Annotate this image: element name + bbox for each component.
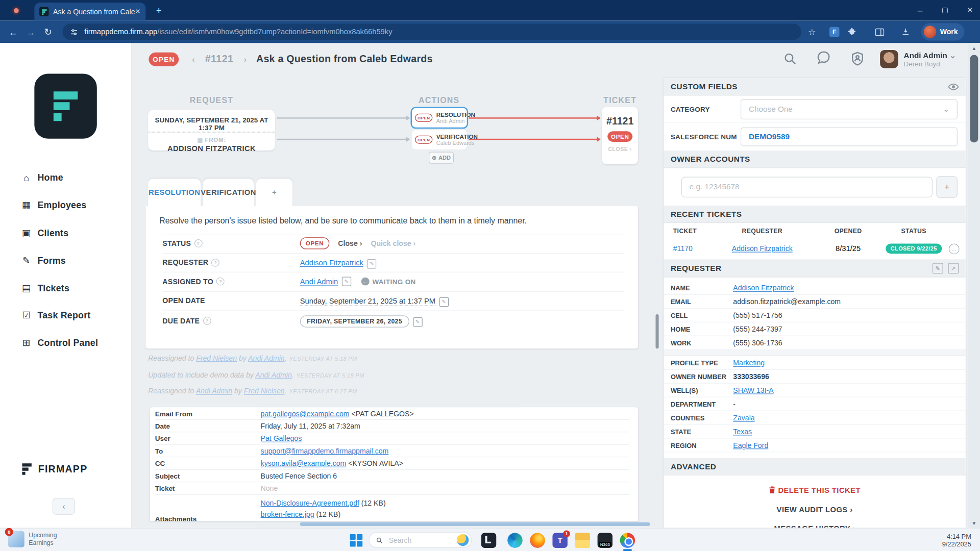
sidebar-item-clients[interactable]: ▣ Clients xyxy=(0,222,131,244)
sidebar-item-forms[interactable]: ✎ Forms xyxy=(0,250,131,271)
page-scrollbar[interactable]: ▲ ▼ xyxy=(968,43,980,528)
side-panel-icon[interactable] xyxy=(872,25,886,39)
back-button[interactable]: ← xyxy=(5,24,21,40)
action-verification-card[interactable]: OPEN VERIFICATION Caleb Edwards xyxy=(412,130,467,149)
downloads-icon[interactable] xyxy=(899,25,913,39)
window-close-button[interactable]: ✕ xyxy=(958,0,980,20)
tab-add[interactable]: + xyxy=(256,179,292,206)
extension-f-icon[interactable]: F xyxy=(827,25,841,39)
request-card[interactable]: SUNDAY, SEPTEMBER 21, 2025 AT 1:37 PM ▣ … xyxy=(148,110,275,151)
edit-icon[interactable]: ✎ xyxy=(439,297,448,307)
user-name[interactable]: Andi Admin ⌄ xyxy=(904,51,956,60)
scroll-down-icon[interactable]: ▼ xyxy=(968,518,980,528)
widgets-button[interactable]: 8 UpcomingEarnings xyxy=(8,531,57,547)
site-settings-icon[interactable] xyxy=(70,28,78,36)
taskbar-search[interactable] xyxy=(369,532,472,548)
email-cc-link[interactable]: kyson.avila@example.com xyxy=(261,460,347,467)
email-from-link[interactable]: pat.gallegos@example.com xyxy=(261,410,350,417)
edit-icon[interactable]: ✎ xyxy=(341,277,351,286)
region-link[interactable]: Eagle Ford xyxy=(733,441,768,449)
extensions-puzzle-icon[interactable] xyxy=(845,25,859,39)
owner-account-input[interactable] xyxy=(681,177,933,197)
file-explorer-icon[interactable] xyxy=(575,533,590,547)
recent-ticket-requester-link[interactable]: Addison Fitzpatrick xyxy=(732,245,793,253)
ticket-close-link[interactable]: CLOSE › xyxy=(602,146,638,153)
due-date-pill[interactable]: FRIDAY, SEPTEMBER 26, 2025 xyxy=(300,315,409,327)
add-owner-account-button[interactable]: + xyxy=(936,176,958,198)
browser-tab[interactable]: Ask a Question from Caleb Edw ✕ xyxy=(34,3,145,21)
sidebar-item-home[interactable]: ⌂ Home xyxy=(0,167,131,188)
profile-shield-icon[interactable] xyxy=(850,51,866,67)
sidebar-collapse-button[interactable]: ‹ xyxy=(53,498,75,515)
chat-icon[interactable] xyxy=(816,51,832,67)
forward-button[interactable]: → xyxy=(22,24,39,40)
window-maximize-button[interactable]: ▢ xyxy=(933,0,958,20)
view-audit-logs-link[interactable]: VIEW AUDIT LOGS › xyxy=(664,506,965,514)
edit-icon[interactable]: ✎ xyxy=(367,259,376,268)
tab-resolution[interactable]: RESOLUTION xyxy=(148,179,201,206)
delete-ticket-button[interactable]: DELETE THIS TICKET xyxy=(664,486,965,495)
activity-user-link[interactable]: Fred Nielsen xyxy=(244,387,285,395)
firmapp-logo[interactable] xyxy=(34,73,96,138)
quick-close-link[interactable]: Quick close › xyxy=(371,240,416,247)
waiting-on-toggle[interactable]: ←WAITING ON xyxy=(361,278,415,286)
search-icon[interactable] xyxy=(782,51,799,67)
horizontal-scrollbar-thumb[interactable] xyxy=(300,522,650,526)
taskbar-clock[interactable]: 4:14 PM9/22/2025 xyxy=(942,532,971,548)
sidebar-item-employees[interactable]: ▦ Employees xyxy=(0,194,131,216)
assigned-link[interactable]: Andi Admin xyxy=(300,277,338,286)
help-icon[interactable]: ? xyxy=(203,317,211,325)
firefox-icon[interactable] xyxy=(530,533,545,547)
activity-user-link[interactable]: Andi Admin xyxy=(196,387,232,395)
app-icon-dark[interactable] xyxy=(481,533,496,547)
prev-ticket-chevron-icon[interactable]: ‹ xyxy=(192,55,195,65)
help-icon[interactable]: ? xyxy=(194,239,202,247)
tab-verification[interactable]: VERIFICATION xyxy=(203,179,254,206)
requester-link[interactable]: Addison Fitzpatrick xyxy=(300,259,363,267)
app-icon-n363[interactable]: N363 xyxy=(598,533,612,547)
new-tab-button[interactable]: + xyxy=(153,5,165,16)
browser-profile-chip[interactable]: Work xyxy=(921,23,964,40)
start-button[interactable] xyxy=(350,534,362,546)
scroll-up-icon[interactable]: ▲ xyxy=(968,43,980,53)
profile-type-link[interactable]: Marketing xyxy=(733,359,765,366)
wells-link[interactable]: SHAW 13I-A xyxy=(733,386,773,394)
tab-close-icon[interactable]: ✕ xyxy=(135,8,140,16)
content-scrollbar-thumb[interactable] xyxy=(655,314,658,348)
bookmark-star-icon[interactable]: ☆ xyxy=(805,25,819,39)
edge-icon[interactable] xyxy=(507,533,522,547)
more-options-icon[interactable]: … xyxy=(949,243,960,254)
edit-icon[interactable]: ✎ xyxy=(413,317,422,327)
counties-link[interactable]: Zavala xyxy=(733,414,754,421)
page-scrollbar-thumb[interactable] xyxy=(970,55,978,142)
attachment-link[interactable]: broken-fence.jpg xyxy=(261,510,314,518)
help-icon[interactable]: ? xyxy=(211,259,219,267)
sidebar-item-control-panel[interactable]: ⊞ Control Panel xyxy=(0,332,131,354)
requester-name-link[interactable]: Addison Fitzpatrick xyxy=(733,284,794,292)
close-link[interactable]: Close › xyxy=(338,240,362,247)
action-resolution-card[interactable]: OPEN RESOLUTION Andi Admin xyxy=(412,108,467,128)
help-icon[interactable]: ? xyxy=(216,278,225,286)
recent-ticket-link[interactable]: #1170 xyxy=(673,245,693,253)
activity-user-link[interactable]: Fred Nielsen xyxy=(196,354,237,362)
state-link[interactable]: Texas xyxy=(733,428,752,435)
salesforce-num-input[interactable] xyxy=(741,128,958,146)
taskbar-search-input[interactable] xyxy=(387,536,457,544)
sidebar-item-tickets[interactable]: ▤ Tickets xyxy=(0,278,131,299)
open-requester-icon[interactable]: ↗ xyxy=(948,263,959,274)
teams-icon[interactable]: T1 xyxy=(552,533,567,547)
user-avatar[interactable] xyxy=(880,50,898,68)
activity-user-link[interactable]: Andi Admin xyxy=(248,354,284,362)
sidebar-item-task-report[interactable]: ☑ Task Report xyxy=(0,305,131,327)
eye-icon[interactable] xyxy=(948,83,959,90)
email-user-link[interactable]: Pat Gallegos xyxy=(261,435,302,442)
edit-requester-icon[interactable]: ✎ xyxy=(933,263,943,274)
category-select[interactable]: Choose One ⌄ xyxy=(741,99,958,119)
attachment-link[interactable]: Non-Disclosure-Agreement.pdf xyxy=(261,499,359,507)
add-action-button[interactable]: ⊕ADD xyxy=(429,152,454,164)
window-minimize-button[interactable]: ─ xyxy=(908,0,933,20)
next-ticket-chevron-icon[interactable]: › xyxy=(244,55,247,65)
chrome-icon[interactable] xyxy=(620,533,635,547)
reload-button[interactable]: ↻ xyxy=(40,24,56,40)
address-bar[interactable]: firmappdemo.firm.app/issue/edit/ismfvm0h… xyxy=(62,24,801,40)
